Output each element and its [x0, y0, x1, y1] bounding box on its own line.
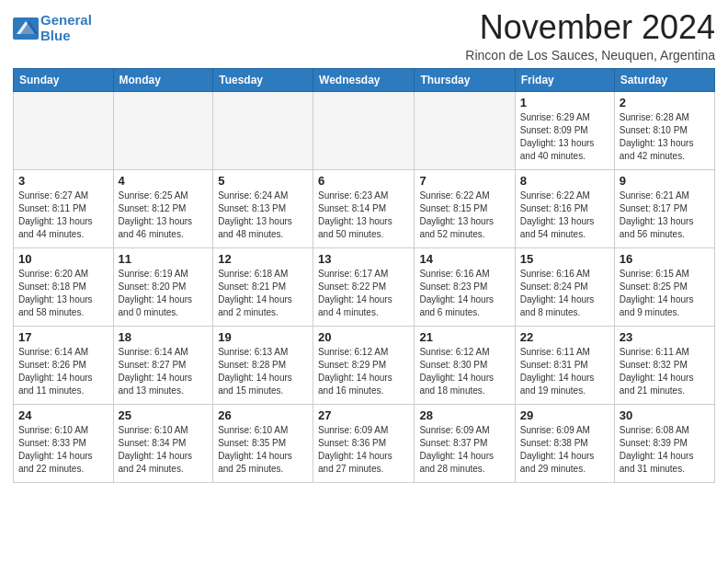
calendar-cell: 30Sunrise: 6:08 AM Sunset: 8:39 PM Dayli… — [614, 404, 714, 482]
calendar-cell: 24Sunrise: 6:10 AM Sunset: 8:33 PM Dayli… — [14, 404, 114, 482]
day-number: 13 — [318, 252, 409, 266]
day-number: 19 — [218, 330, 308, 344]
day-number: 30 — [620, 408, 710, 422]
day-info: Sunrise: 6:14 AM Sunset: 8:27 PM Dayligh… — [119, 346, 209, 397]
weekday-header-row: SundayMondayTuesdayWednesdayThursdayFrid… — [14, 68, 715, 91]
logo: General Blue — [13, 13, 92, 43]
calendar-cell — [415, 91, 515, 169]
day-info: Sunrise: 6:09 AM Sunset: 8:37 PM Dayligh… — [419, 424, 509, 476]
calendar-cell: 9Sunrise: 6:21 AM Sunset: 8:17 PM Daylig… — [614, 169, 714, 247]
weekday-header-sunday: Sunday — [14, 68, 114, 91]
weekday-header-thursday: Thursday — [415, 68, 515, 91]
day-number: 28 — [419, 408, 509, 422]
day-info: Sunrise: 6:16 AM Sunset: 8:23 PM Dayligh… — [419, 268, 509, 319]
calendar-cell: 8Sunrise: 6:22 AM Sunset: 8:16 PM Daylig… — [515, 169, 614, 247]
calendar-cell: 26Sunrise: 6:10 AM Sunset: 8:35 PM Dayli… — [213, 404, 313, 482]
day-info: Sunrise: 6:28 AM Sunset: 8:10 PM Dayligh… — [620, 111, 710, 163]
day-number: 12 — [218, 252, 308, 266]
calendar-cell: 27Sunrise: 6:09 AM Sunset: 8:36 PM Dayli… — [313, 404, 415, 482]
calendar-cell: 6Sunrise: 6:23 AM Sunset: 8:14 PM Daylig… — [313, 169, 415, 247]
calendar-cell: 4Sunrise: 6:25 AM Sunset: 8:12 PM Daylig… — [113, 169, 213, 247]
day-info: Sunrise: 6:08 AM Sunset: 8:39 PM Dayligh… — [620, 424, 710, 476]
day-number: 22 — [520, 330, 609, 344]
day-number: 21 — [419, 330, 509, 344]
day-number: 14 — [419, 252, 509, 266]
calendar-cell: 21Sunrise: 6:12 AM Sunset: 8:30 PM Dayli… — [415, 326, 515, 404]
day-number: 17 — [18, 330, 108, 344]
day-info: Sunrise: 6:09 AM Sunset: 8:38 PM Dayligh… — [520, 424, 609, 476]
day-info: Sunrise: 6:11 AM Sunset: 8:32 PM Dayligh… — [620, 346, 710, 397]
day-number: 9 — [620, 174, 710, 188]
weekday-header-friday: Friday — [515, 68, 614, 91]
day-info: Sunrise: 6:11 AM Sunset: 8:31 PM Dayligh… — [520, 346, 609, 397]
day-number: 27 — [318, 408, 409, 422]
week-row-1: 1Sunrise: 6:29 AM Sunset: 8:09 PM Daylig… — [14, 91, 715, 169]
day-info: Sunrise: 6:12 AM Sunset: 8:30 PM Dayligh… — [419, 346, 509, 397]
calendar-cell: 7Sunrise: 6:22 AM Sunset: 8:15 PM Daylig… — [415, 169, 515, 247]
calendar-cell: 14Sunrise: 6:16 AM Sunset: 8:23 PM Dayli… — [415, 247, 515, 326]
location-title: Rincon de Los Sauces, Neuquen, Argentina — [465, 48, 715, 63]
header: General Blue November 2024 Rincon de Los… — [13, 9, 715, 63]
day-number: 4 — [119, 174, 209, 188]
calendar-cell: 12Sunrise: 6:18 AM Sunset: 8:21 PM Dayli… — [213, 247, 313, 326]
month-title: November 2024 — [465, 9, 715, 46]
calendar-cell: 22Sunrise: 6:11 AM Sunset: 8:31 PM Dayli… — [515, 326, 614, 404]
day-number: 20 — [318, 330, 409, 344]
day-number: 24 — [18, 408, 108, 422]
calendar-cell: 28Sunrise: 6:09 AM Sunset: 8:37 PM Dayli… — [415, 404, 515, 482]
day-info: Sunrise: 6:21 AM Sunset: 8:17 PM Dayligh… — [620, 190, 710, 241]
day-number: 7 — [419, 174, 509, 188]
logo-text: General Blue — [40, 13, 92, 43]
calendar-cell: 11Sunrise: 6:19 AM Sunset: 8:20 PM Dayli… — [113, 247, 213, 326]
day-number: 25 — [119, 408, 209, 422]
week-row-2: 3Sunrise: 6:27 AM Sunset: 8:11 PM Daylig… — [14, 169, 715, 247]
day-number: 23 — [620, 330, 710, 344]
page: General Blue November 2024 Rincon de Los… — [0, 0, 728, 492]
day-info: Sunrise: 6:09 AM Sunset: 8:36 PM Dayligh… — [318, 424, 409, 476]
day-info: Sunrise: 6:18 AM Sunset: 8:21 PM Dayligh… — [218, 268, 308, 319]
calendar-cell — [14, 91, 114, 169]
calendar-cell: 25Sunrise: 6:10 AM Sunset: 8:34 PM Dayli… — [113, 404, 213, 482]
calendar-cell: 3Sunrise: 6:27 AM Sunset: 8:11 PM Daylig… — [14, 169, 114, 247]
calendar-cell: 23Sunrise: 6:11 AM Sunset: 8:32 PM Dayli… — [614, 326, 714, 404]
week-row-5: 24Sunrise: 6:10 AM Sunset: 8:33 PM Dayli… — [14, 404, 715, 482]
day-number: 16 — [620, 252, 710, 266]
day-info: Sunrise: 6:22 AM Sunset: 8:16 PM Dayligh… — [520, 190, 609, 241]
day-number: 8 — [520, 174, 609, 188]
calendar-cell: 1Sunrise: 6:29 AM Sunset: 8:09 PM Daylig… — [515, 91, 614, 169]
day-info: Sunrise: 6:10 AM Sunset: 8:33 PM Dayligh… — [18, 424, 108, 476]
day-number: 11 — [119, 252, 209, 266]
day-info: Sunrise: 6:19 AM Sunset: 8:20 PM Dayligh… — [119, 268, 209, 319]
logo-line1: General — [40, 12, 92, 28]
calendar-cell — [313, 91, 415, 169]
day-info: Sunrise: 6:29 AM Sunset: 8:09 PM Dayligh… — [520, 111, 609, 163]
weekday-header-wednesday: Wednesday — [313, 68, 415, 91]
logo-line2: Blue — [40, 28, 71, 43]
weekday-header-saturday: Saturday — [614, 68, 714, 91]
day-number: 26 — [218, 408, 308, 422]
day-info: Sunrise: 6:10 AM Sunset: 8:34 PM Dayligh… — [119, 424, 209, 476]
calendar-cell: 13Sunrise: 6:17 AM Sunset: 8:22 PM Dayli… — [313, 247, 415, 326]
calendar-cell: 10Sunrise: 6:20 AM Sunset: 8:18 PM Dayli… — [14, 247, 114, 326]
day-info: Sunrise: 6:16 AM Sunset: 8:24 PM Dayligh… — [520, 268, 609, 319]
calendar-cell: 19Sunrise: 6:13 AM Sunset: 8:28 PM Dayli… — [213, 326, 313, 404]
day-info: Sunrise: 6:24 AM Sunset: 8:13 PM Dayligh… — [218, 190, 308, 241]
calendar-cell: 16Sunrise: 6:15 AM Sunset: 8:25 PM Dayli… — [614, 247, 714, 326]
day-number: 10 — [18, 252, 108, 266]
calendar-cell: 29Sunrise: 6:09 AM Sunset: 8:38 PM Dayli… — [515, 404, 614, 482]
day-info: Sunrise: 6:13 AM Sunset: 8:28 PM Dayligh… — [218, 346, 308, 397]
day-number: 6 — [318, 174, 409, 188]
weekday-header-tuesday: Tuesday — [213, 68, 313, 91]
day-info: Sunrise: 6:20 AM Sunset: 8:18 PM Dayligh… — [18, 268, 108, 319]
calendar-cell — [113, 91, 213, 169]
calendar-cell — [213, 91, 313, 169]
day-info: Sunrise: 6:25 AM Sunset: 8:12 PM Dayligh… — [119, 190, 209, 241]
day-number: 18 — [119, 330, 209, 344]
day-number: 1 — [520, 96, 609, 109]
day-info: Sunrise: 6:14 AM Sunset: 8:26 PM Dayligh… — [18, 346, 108, 397]
day-number: 15 — [520, 252, 609, 266]
week-row-4: 17Sunrise: 6:14 AM Sunset: 8:26 PM Dayli… — [14, 326, 715, 404]
calendar: SundayMondayTuesdayWednesdayThursdayFrid… — [13, 68, 715, 483]
day-info: Sunrise: 6:12 AM Sunset: 8:29 PM Dayligh… — [318, 346, 409, 397]
calendar-cell: 20Sunrise: 6:12 AM Sunset: 8:29 PM Dayli… — [313, 326, 415, 404]
